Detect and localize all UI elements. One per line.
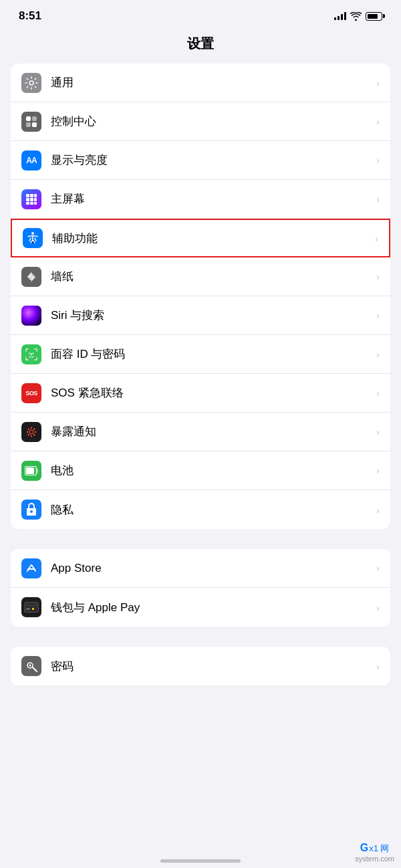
watermark: G x1 网 bbox=[360, 842, 390, 855]
home-screen-chevron: › bbox=[376, 193, 380, 205]
wallpaper-chevron: › bbox=[376, 271, 380, 282]
svg-point-30 bbox=[31, 564, 33, 566]
svg-point-0 bbox=[29, 81, 33, 85]
face-id-label: 面容 ID 与密码 bbox=[51, 346, 371, 362]
svg-point-22 bbox=[35, 431, 36, 432]
app-store-label: App Store bbox=[51, 562, 371, 575]
signal-icon bbox=[334, 12, 346, 20]
watermark-full: system.com bbox=[355, 855, 394, 863]
settings-row-app-store[interactable]: App Store › bbox=[11, 549, 390, 588]
svg-point-18 bbox=[29, 430, 33, 434]
svg-rect-34 bbox=[32, 608, 34, 610]
wallpaper-label: 墙纸 bbox=[51, 269, 371, 284]
svg-rect-11 bbox=[26, 202, 29, 205]
wallpaper-icon bbox=[21, 267, 41, 287]
exposure-icon bbox=[21, 422, 41, 442]
settings-row-siri[interactable]: Siri 与搜索 › bbox=[11, 296, 390, 335]
control-center-label: 控制中心 bbox=[51, 114, 371, 129]
svg-point-24 bbox=[33, 434, 35, 435]
battery-icon bbox=[366, 12, 382, 21]
svg-rect-10 bbox=[34, 198, 37, 201]
accessibility-chevron: › bbox=[375, 233, 378, 244]
svg-rect-32 bbox=[24, 605, 39, 607]
siri-icon bbox=[21, 306, 41, 326]
home-screen-icon bbox=[21, 189, 41, 209]
watermark-g: G bbox=[360, 842, 368, 854]
battery-label: 电池 bbox=[51, 463, 371, 478]
display-icon: AA bbox=[21, 150, 41, 171]
sos-icon: SOS bbox=[21, 383, 41, 403]
wifi-icon bbox=[350, 12, 362, 21]
svg-point-20 bbox=[31, 435, 32, 436]
svg-point-25 bbox=[33, 428, 35, 429]
wallet-label: 钱包与 Apple Pay bbox=[51, 600, 371, 615]
home-indicator bbox=[160, 859, 241, 863]
general-icon bbox=[21, 73, 41, 93]
svg-rect-3 bbox=[26, 122, 31, 127]
settings-row-face-id[interactable]: 面容 ID 与密码 › bbox=[11, 335, 390, 374]
settings-group-1: 通用 › 控制中心 › AA 显示与亮度 › bbox=[11, 64, 390, 529]
settings-group-2: App Store › 钱包与 Apple Pay › bbox=[11, 549, 390, 627]
app-store-chevron: › bbox=[376, 562, 380, 574]
svg-point-19 bbox=[31, 427, 32, 428]
privacy-icon bbox=[21, 500, 41, 520]
svg-rect-33 bbox=[26, 608, 30, 610]
svg-point-16 bbox=[29, 352, 31, 354]
settings-row-privacy[interactable]: 隐私 › bbox=[11, 490, 390, 529]
battery-chevron: › bbox=[376, 465, 380, 476]
accessibility-icon bbox=[23, 228, 43, 248]
passwords-icon bbox=[21, 656, 41, 676]
settings-row-wallet[interactable]: 钱包与 Apple Pay › bbox=[11, 588, 390, 627]
passwords-chevron: › bbox=[376, 661, 380, 672]
settings-row-general[interactable]: 通用 › bbox=[11, 64, 390, 102]
watermark-x1: x1 bbox=[369, 843, 378, 853]
svg-rect-28 bbox=[26, 467, 34, 474]
watermark-sub: system.com bbox=[355, 855, 394, 863]
svg-rect-9 bbox=[30, 198, 33, 201]
sos-chevron: › bbox=[376, 387, 380, 399]
svg-rect-5 bbox=[26, 194, 29, 197]
svg-point-29 bbox=[30, 510, 33, 513]
settings-row-exposure[interactable]: 暴露通知 › bbox=[11, 413, 390, 451]
svg-rect-13 bbox=[34, 202, 37, 205]
svg-rect-6 bbox=[30, 194, 33, 197]
svg-point-17 bbox=[33, 352, 34, 354]
exposure-chevron: › bbox=[376, 426, 380, 437]
watermark-wang: 网 bbox=[380, 843, 389, 855]
svg-rect-4 bbox=[32, 122, 37, 127]
settings-row-battery[interactable]: 电池 › bbox=[11, 451, 390, 490]
control-center-chevron: › bbox=[376, 116, 380, 127]
settings-row-passwords[interactable]: 密码 › bbox=[11, 647, 390, 685]
display-chevron: › bbox=[376, 154, 380, 166]
general-label: 通用 bbox=[51, 75, 371, 90]
svg-point-14 bbox=[31, 232, 34, 235]
svg-rect-12 bbox=[30, 202, 33, 205]
svg-rect-7 bbox=[34, 194, 37, 197]
passwords-label: 密码 bbox=[51, 659, 371, 674]
settings-row-home-screen[interactable]: 主屏幕 › bbox=[11, 180, 390, 219]
exposure-label: 暴露通知 bbox=[51, 424, 371, 439]
settings-row-accessibility[interactable]: 辅助功能 › bbox=[11, 219, 390, 257]
wallet-chevron: › bbox=[376, 602, 380, 613]
privacy-label: 隐私 bbox=[51, 502, 371, 518]
sos-label: SOS 紧急联络 bbox=[51, 385, 371, 401]
settings-row-display[interactable]: AA 显示与亮度 › bbox=[11, 141, 390, 180]
svg-rect-31 bbox=[25, 603, 39, 613]
status-icons bbox=[334, 12, 382, 21]
wallet-icon bbox=[21, 597, 41, 617]
settings-row-control-center[interactable]: 控制中心 › bbox=[11, 102, 390, 141]
app-store-icon bbox=[21, 558, 41, 578]
settings-group-3: 密码 › bbox=[11, 647, 390, 685]
status-bar: 8:51 bbox=[0, 0, 401, 28]
control-center-icon bbox=[21, 112, 41, 132]
face-id-icon bbox=[21, 344, 41, 364]
siri-label: Siri 与搜索 bbox=[51, 308, 371, 323]
settings-row-wallpaper[interactable]: 墙纸 › bbox=[11, 257, 390, 296]
siri-chevron: › bbox=[376, 310, 380, 321]
svg-point-36 bbox=[29, 665, 31, 667]
battery-setting-icon bbox=[21, 461, 41, 481]
svg-rect-8 bbox=[26, 198, 29, 201]
settings-row-sos[interactable]: SOS SOS 紧急联络 › bbox=[11, 374, 390, 413]
general-chevron: › bbox=[376, 77, 380, 88]
status-time: 8:51 bbox=[19, 9, 41, 23]
